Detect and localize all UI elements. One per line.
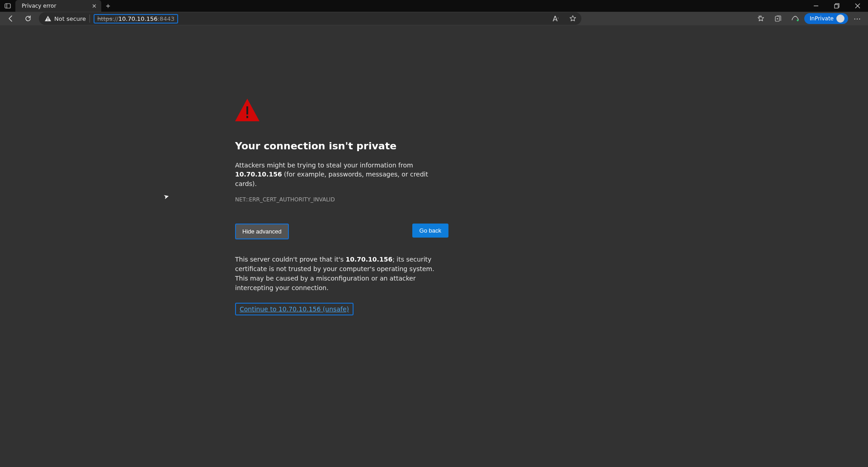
url-scheme: https xyxy=(97,15,112,22)
titlebar: Privacy error ✕ ＋ xyxy=(0,0,868,12)
window-controls xyxy=(806,0,868,12)
tab-title: Privacy error xyxy=(22,3,56,9)
svg-point-14 xyxy=(797,19,799,21)
collections-button[interactable] xyxy=(770,12,786,25)
danger-triangle-icon xyxy=(234,98,260,122)
svg-rect-16 xyxy=(246,116,248,118)
divider xyxy=(90,14,90,23)
warning-triangle-icon xyxy=(44,15,52,22)
not-secure-label: Not secure xyxy=(54,15,86,22)
error-heading: Your connection isn't private xyxy=(235,140,448,152)
browser-toolbar: Not secure https://10.70.10.156:8443 A⁾ … xyxy=(0,12,868,25)
error-description: Attackers might be trying to steal your … xyxy=(235,161,448,188)
privacy-error-interstitial: Your connection isn't private Attackers … xyxy=(235,98,448,315)
go-back-button[interactable]: Go back xyxy=(412,224,448,238)
svg-rect-0 xyxy=(5,4,10,8)
window-restore-icon[interactable] xyxy=(826,0,847,12)
advanced-explanation-host: 10.70.10.156 xyxy=(346,256,393,263)
address-bar[interactable]: Not secure https://10.70.10.156:8443 A⁾ xyxy=(39,12,581,25)
advanced-explanation: This server couldn't prove that it's 10.… xyxy=(235,255,448,293)
more-menu-button[interactable]: ⋯ xyxy=(849,12,865,25)
read-aloud-icon[interactable]: A⁾ xyxy=(549,14,562,23)
favorites-button[interactable] xyxy=(753,12,769,25)
nav-back-button[interactable] xyxy=(3,12,19,25)
url-host: 10.70.10.156 xyxy=(118,15,158,22)
inprivate-indicator[interactable]: InPrivate xyxy=(804,13,848,24)
new-tab-button[interactable]: ＋ xyxy=(101,0,115,12)
hide-advanced-button[interactable]: Hide advanced xyxy=(235,224,289,239)
svg-rect-7 xyxy=(47,18,48,19)
url-text[interactable]: https://10.70.10.156:8443 xyxy=(94,14,178,24)
site-security-indicator[interactable]: Not secure xyxy=(44,15,86,22)
error-description-prefix: Attackers might be trying to steal your … xyxy=(235,162,413,169)
svg-rect-4 xyxy=(835,5,838,8)
performance-button[interactable] xyxy=(787,12,803,25)
favorite-star-icon[interactable] xyxy=(566,15,580,22)
profile-avatar-icon xyxy=(836,14,844,23)
close-tab-icon[interactable]: ✕ xyxy=(92,3,97,10)
window-minimize-icon[interactable] xyxy=(806,0,826,12)
nav-refresh-button[interactable] xyxy=(20,12,36,25)
error-description-host: 10.70.10.156 xyxy=(235,171,282,178)
error-code: NET::ERR_CERT_AUTHORITY_INVALID xyxy=(235,196,448,203)
mouse-cursor-icon: ➤ xyxy=(163,192,170,200)
continue-unsafe-link[interactable]: Continue to 10.70.10.156 (unsafe) xyxy=(235,303,354,315)
tab-actions-button[interactable] xyxy=(0,0,15,12)
url-port: :8443 xyxy=(158,15,175,22)
url-separator: :// xyxy=(113,15,118,22)
advanced-explanation-prefix: This server couldn't prove that it's xyxy=(235,256,346,263)
tab-active[interactable]: Privacy error ✕ xyxy=(15,0,101,12)
svg-rect-8 xyxy=(47,20,48,21)
inprivate-label: InPrivate xyxy=(810,15,834,22)
page-content: Your connection isn't private Attackers … xyxy=(0,25,868,467)
button-row: Hide advanced Go back xyxy=(235,224,448,239)
window-close-icon[interactable] xyxy=(847,0,868,12)
svg-rect-15 xyxy=(246,106,248,114)
